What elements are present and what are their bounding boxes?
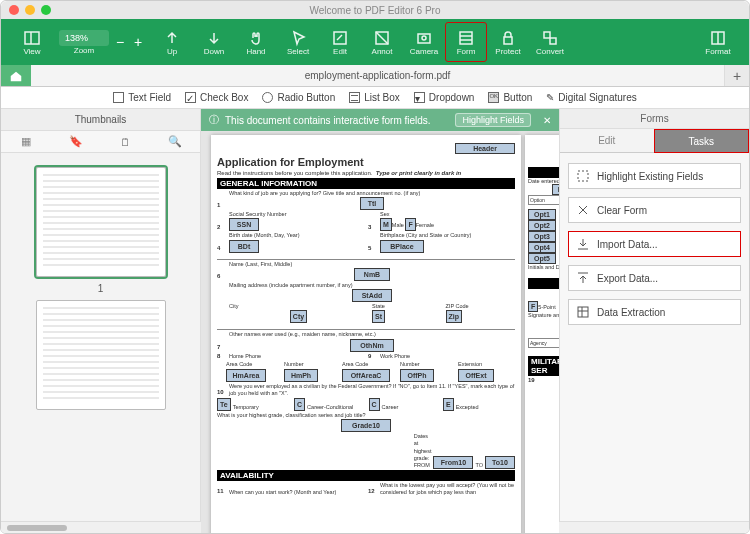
- lock-icon: [499, 29, 517, 47]
- field-st[interactable]: St: [372, 310, 385, 323]
- convert-icon: [541, 29, 559, 47]
- field-opt2[interactable]: Opt2: [528, 220, 556, 231]
- field-opt3[interactable]: Opt3: [528, 231, 556, 242]
- q1-label: What kind of job are you applying for? G…: [229, 190, 515, 197]
- thumbnails-toolbar: ▦ 🔖 🗒 🔍: [1, 131, 200, 153]
- q11-label: When can you start work? (Month and Year…: [229, 489, 364, 496]
- field-te[interactable]: Te: [217, 398, 231, 411]
- field-opt4[interactable]: Opt4: [528, 242, 556, 253]
- protect-label: Protect: [495, 47, 520, 56]
- check-box-tool[interactable]: ✓Check Box: [185, 92, 248, 103]
- hand-tool-button[interactable]: Hand: [235, 22, 277, 62]
- field-bplace[interactable]: BPlace: [380, 240, 424, 253]
- field-offext[interactable]: OffExt: [458, 369, 494, 382]
- section-for2: FOR: [528, 278, 559, 289]
- zoom-select[interactable]: [59, 30, 109, 46]
- home-icon: [9, 69, 23, 83]
- zoom-in-button[interactable]: +: [131, 34, 145, 50]
- field-header[interactable]: Header: [455, 143, 515, 154]
- field-from[interactable]: From10: [433, 456, 473, 469]
- field-f[interactable]: F: [405, 218, 415, 231]
- field-ttl[interactable]: Ttl: [360, 197, 384, 210]
- zoom-out-button[interactable]: −: [113, 34, 127, 50]
- task-import-data[interactable]: Import Data...: [568, 231, 741, 257]
- q10-label: Were you ever employed as a civilian by …: [229, 383, 515, 397]
- field-c2[interactable]: C: [369, 398, 380, 411]
- field-opt5[interactable]: Opt5: [528, 253, 556, 264]
- annot-tool-button[interactable]: Annot: [361, 22, 403, 62]
- dropdown-tool[interactable]: ▾Dropdown: [414, 92, 475, 103]
- field-stadd[interactable]: StAdd: [352, 289, 392, 302]
- format-tool-button[interactable]: Format: [697, 22, 739, 62]
- field-grade[interactable]: Grade10: [341, 419, 391, 432]
- select-tool-button[interactable]: Select: [277, 22, 319, 62]
- task-clear-form[interactable]: Clear Form: [568, 197, 741, 223]
- form-tool-button[interactable]: Form: [445, 22, 487, 62]
- file-tab[interactable]: employment-application-form.pdf: [31, 65, 725, 86]
- field-zip[interactable]: Zip: [446, 310, 463, 323]
- field-bdt[interactable]: BDt: [229, 240, 259, 253]
- text-field-tool[interactable]: Text Field: [113, 92, 171, 103]
- five-label: 5-Point: [538, 304, 555, 310]
- temp-label: Temporary: [233, 404, 292, 411]
- highlight-fields-button[interactable]: Highlight Fields: [455, 113, 531, 127]
- home-tab[interactable]: [1, 65, 31, 86]
- new-tab-button[interactable]: +: [725, 65, 749, 86]
- page-down-button[interactable]: Down: [193, 22, 235, 62]
- field-e[interactable]: E: [443, 398, 454, 411]
- thumb-search-icon[interactable]: 🔍: [160, 135, 190, 148]
- initials-label: Initials and Date: [528, 264, 559, 270]
- q4-label: Birth date (Month, Day, Year): [229, 232, 364, 239]
- digital-sig-tool[interactable]: ✎Digital Signatures: [546, 92, 636, 103]
- view-button[interactable]: View: [11, 22, 53, 62]
- field-opt1[interactable]: Opt1: [528, 209, 556, 220]
- field-hmph[interactable]: HmPh: [284, 369, 318, 382]
- field-regd[interactable]: RegD: [552, 184, 559, 195]
- convert-tool-button[interactable]: Convert: [529, 22, 571, 62]
- task-data-extraction[interactable]: Data Extraction: [568, 299, 741, 325]
- thumbnail-page-2[interactable]: [36, 300, 166, 410]
- car-label: Career: [382, 404, 441, 411]
- field-othnm[interactable]: OthNm: [350, 339, 394, 352]
- field-nmb[interactable]: NmB: [354, 268, 390, 281]
- svg-rect-11: [550, 38, 556, 44]
- field-m[interactable]: M: [380, 218, 392, 231]
- thumbnail-page-1[interactable]: [36, 167, 166, 277]
- tab-tasks[interactable]: Tasks: [654, 129, 750, 153]
- close-notice-button[interactable]: ✕: [543, 115, 551, 126]
- notice-text: This document contains interactive form …: [225, 115, 431, 126]
- field-c[interactable]: C: [294, 398, 305, 411]
- field-cty[interactable]: Cty: [290, 310, 307, 323]
- task-export-data[interactable]: Export Data...: [568, 265, 741, 291]
- document-viewport[interactable]: ⓘ This document contains interactive for…: [201, 109, 559, 534]
- list-box-tool[interactable]: List Box: [349, 92, 400, 103]
- thumb-bookmark-icon[interactable]: 🔖: [61, 135, 91, 148]
- thumbnails-body[interactable]: 1: [1, 153, 200, 534]
- list-box-label: List Box: [364, 92, 400, 103]
- thumb-note-icon[interactable]: 🗒: [110, 136, 140, 148]
- field-hmarea[interactable]: HmArea: [226, 369, 266, 382]
- q7-label: Other names ever used (e.g., maiden name…: [229, 331, 515, 338]
- field-offareac[interactable]: OffAreaC: [342, 369, 390, 382]
- page-up-button[interactable]: Up: [151, 22, 193, 62]
- area2-label: Area Code: [342, 361, 399, 368]
- svg-rect-0: [25, 32, 39, 44]
- field-offph[interactable]: OffPh: [400, 369, 434, 382]
- tab-edit[interactable]: Edit: [560, 129, 654, 153]
- thumb-grid-icon[interactable]: ▦: [11, 135, 41, 148]
- protect-tool-button[interactable]: Protect: [487, 22, 529, 62]
- edit-icon: [331, 29, 349, 47]
- radio-button-tool[interactable]: Radio Button: [262, 92, 335, 103]
- svg-rect-14: [578, 171, 588, 181]
- cc-label: Career-Conditional: [307, 404, 366, 411]
- area-label: Area Code: [226, 361, 283, 368]
- agency-label: Agency: [528, 338, 559, 348]
- task-highlight-fields[interactable]: Highlight Existing Fields: [568, 163, 741, 189]
- camera-tool-button[interactable]: Camera: [403, 22, 445, 62]
- edit-tool-button[interactable]: Edit: [319, 22, 361, 62]
- field-five[interactable]: F: [528, 301, 538, 312]
- info-icon: ⓘ: [209, 113, 219, 127]
- button-tool[interactable]: OKButton: [488, 92, 532, 103]
- field-to[interactable]: To10: [485, 456, 515, 469]
- field-ssn[interactable]: SSN: [229, 218, 259, 231]
